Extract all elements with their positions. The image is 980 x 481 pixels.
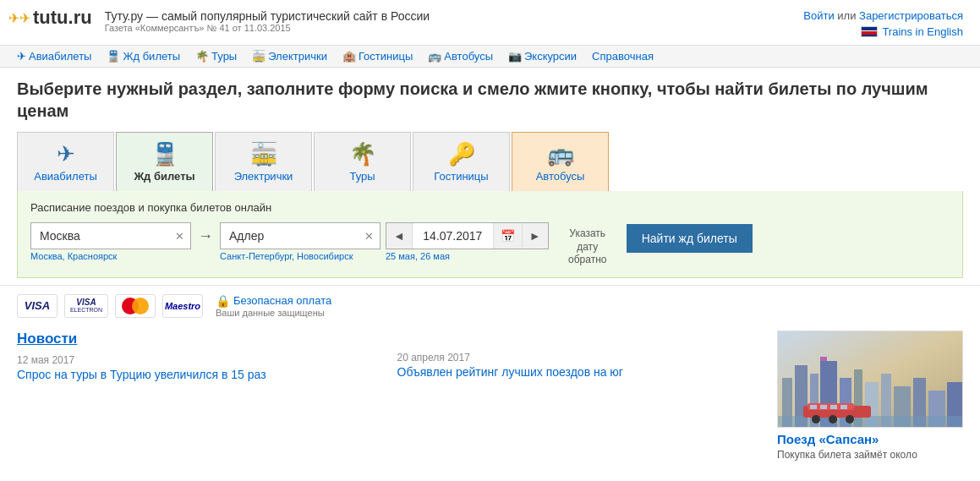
search-form: ✕ Москва, Красноярск → ✕ Санкт-Петербург… xyxy=(30,222,950,267)
news-link-2[interactable]: Объявлен рейтинг лучших поездов на юг xyxy=(397,365,623,379)
news-item-1: 12 мая 2017 Спрос на туры в Турцию увели… xyxy=(17,354,372,381)
main-content: Выберите нужный раздел, заполните форму … xyxy=(0,68,980,278)
header: ✈✈ tutu.ru Туту.ру — самый популярный ту… xyxy=(0,0,980,46)
from-input-group: ✕ xyxy=(30,222,191,249)
tab-tours[interactable]: 🌴 Туры xyxy=(314,132,411,191)
nav-tours[interactable]: 🌴 Туры xyxy=(195,50,237,63)
sapsan-link[interactable]: Поезд «Сапсан» xyxy=(777,432,879,446)
nav-excursions[interactable]: 📷 Экскурсии xyxy=(508,50,577,63)
sapsan-desc: Покупка билета займёт около xyxy=(777,449,963,461)
tab-train-icon: 🚆 xyxy=(151,141,178,167)
logo-text: tutu.ru xyxy=(33,7,92,29)
from-input[interactable] xyxy=(30,222,191,249)
city-skyline-svg xyxy=(778,331,963,428)
tab-bus-label: Автобусы xyxy=(536,170,585,183)
secure-link[interactable]: Безопасная оплата xyxy=(233,294,331,307)
tab-hotels[interactable]: 🔑 Гостиницы xyxy=(413,132,510,191)
svg-rect-4 xyxy=(820,357,827,361)
direction-arrow: → xyxy=(196,227,215,245)
from-hints[interactable]: Москва, Красноярск xyxy=(30,251,191,261)
tab-tours-label: Туры xyxy=(349,170,375,183)
svg-rect-23 xyxy=(840,405,847,409)
nav-buses-icon: 🚌 xyxy=(428,50,441,63)
news-item-2: 20 апреля 2017 Объявлен рейтинг лучших п… xyxy=(397,352,753,379)
bottom-section: Новости 12 мая 2017 Спрос на туры в Турц… xyxy=(0,326,980,469)
tab-elektrichki-icon: 🚋 xyxy=(250,141,277,167)
calendar-btn[interactable]: 📅 xyxy=(493,223,522,249)
to-input[interactable] xyxy=(220,222,381,249)
tab-avia-icon: ✈ xyxy=(57,141,75,167)
news-date-2: 20 апреля 2017 xyxy=(397,352,753,363)
visa-electron-card: VISA ELECTRON xyxy=(64,294,108,318)
nav-elektrichki[interactable]: 🚋 Электрички xyxy=(252,50,327,63)
nav-elektrichki-icon: 🚋 xyxy=(252,50,266,63)
english-link[interactable]: Trains in English xyxy=(882,25,963,38)
secure-desc: Ваши данные защищены xyxy=(216,308,331,318)
svg-rect-22 xyxy=(830,405,837,409)
search-button[interactable]: Найти жд билеты xyxy=(627,224,753,253)
nav-train[interactable]: 🚆 Жд билеты xyxy=(107,50,180,63)
news-date-1: 12 мая 2017 xyxy=(17,354,372,366)
login-area: Войти или Зарегистрироваться xyxy=(803,9,963,22)
english-link-area: Trains in English xyxy=(803,25,963,38)
nav-buses[interactable]: 🚌 Автобусы xyxy=(428,50,493,63)
tab-train[interactable]: 🚆 Жд билеты xyxy=(116,132,213,191)
tagline: Туту.ру — самый популярный туристический… xyxy=(105,9,430,23)
secure-link-row: 🔒 Безопасная оплата xyxy=(216,294,331,308)
logo[interactable]: ✈✈ tutu.ru xyxy=(8,7,92,29)
gazette: Газета «Коммерсантъ» № 41 от 11.03.2015 xyxy=(105,23,430,33)
tab-hotels-label: Гостиницы xyxy=(434,170,488,183)
tab-avia[interactable]: ✈ Авиабилеты xyxy=(17,132,114,191)
date-input[interactable] xyxy=(413,223,493,249)
tab-bus-icon: 🚌 xyxy=(547,141,574,167)
svg-point-19 xyxy=(846,415,854,424)
sapsan-title: Поезд «Сапсан» xyxy=(777,432,963,446)
svg-point-18 xyxy=(829,415,837,424)
date-field-wrapper: ◄ 📅 ► 25 мая, 26 мая xyxy=(386,222,549,261)
news-title: Новости xyxy=(17,331,372,347)
nav-avia[interactable]: ✈ Авиабилеты xyxy=(17,50,91,63)
mastercard-card xyxy=(115,294,156,318)
date-prev-btn[interactable]: ◄ xyxy=(386,223,413,249)
date-hints[interactable]: 25 мая, 26 мая xyxy=(386,251,549,261)
payment-cards: VISA VISA ELECTRON Maestro xyxy=(17,294,203,318)
register-link[interactable]: Зарегистрироваться xyxy=(859,9,963,22)
date-next-btn[interactable]: ► xyxy=(522,223,548,249)
from-field-wrapper: ✕ Москва, Красноярск xyxy=(30,222,191,261)
svg-rect-14 xyxy=(778,416,963,428)
news-section-right: 20 апреля 2017 Объявлен рейтинг лучших п… xyxy=(397,331,753,461)
page-headline: Выберите нужный раздел, заполните форму … xyxy=(17,78,963,122)
tab-elektrichki-label: Электрички xyxy=(234,170,293,183)
to-clear-icon[interactable]: ✕ xyxy=(364,230,374,243)
tab-bus[interactable]: 🚌 Автобусы xyxy=(512,132,609,191)
sapsan-section: Поезд «Сапсан» Покупка билета займёт око… xyxy=(777,331,963,461)
mastercard-circles xyxy=(122,298,149,314)
tagline-area: Туту.ру — самый популярный туристический… xyxy=(105,7,430,33)
secure-info: 🔒 Безопасная оплата Ваши данные защищены xyxy=(216,294,331,318)
nav-hotels[interactable]: 🏨 Гостиницы xyxy=(342,50,413,63)
tab-avia-label: Авиабилеты xyxy=(34,170,96,183)
maestro-card: Maestro xyxy=(162,294,203,318)
nav-reference[interactable]: Справочная xyxy=(592,50,654,63)
date-group: ◄ 📅 ► xyxy=(386,222,549,249)
svg-point-17 xyxy=(812,415,820,424)
login-link[interactable]: Войти xyxy=(803,9,834,22)
news-section: Новости 12 мая 2017 Спрос на туры в Турц… xyxy=(17,331,372,461)
to-hints[interactable]: Санкт-Петербург, Новосибирск xyxy=(220,251,381,261)
tab-tours-icon: 🌴 xyxy=(349,141,376,167)
search-panel: Расписание поездов и покупка билетов онл… xyxy=(17,191,963,278)
return-date-label: Указать дату обратно xyxy=(554,227,621,267)
logo-area: ✈✈ tutu.ru Туту.ру — самый популярный ту… xyxy=(8,7,430,33)
nav-train-icon: 🚆 xyxy=(107,50,120,63)
nav-hotels-icon: 🏨 xyxy=(342,50,356,63)
nav-tours-icon: 🌴 xyxy=(195,50,209,63)
lock-icon: 🔒 xyxy=(216,294,230,308)
from-clear-icon[interactable]: ✕ xyxy=(175,230,184,243)
news-link-1[interactable]: Спрос на туры в Турцию увеличился в 15 р… xyxy=(17,368,266,381)
sapsan-image xyxy=(777,331,963,428)
svg-rect-20 xyxy=(810,405,817,409)
tab-elektrichki[interactable]: 🚋 Электрички xyxy=(215,132,312,191)
nav: ✈ Авиабилеты 🚆 Жд билеты 🌴 Туры 🚋 Электр… xyxy=(0,46,980,68)
to-field-wrapper: ✕ Санкт-Петербург, Новосибирск xyxy=(220,222,381,261)
tabs-container: ✈ Авиабилеты 🚆 Жд билеты 🚋 Электрички 🌴 … xyxy=(17,132,963,191)
